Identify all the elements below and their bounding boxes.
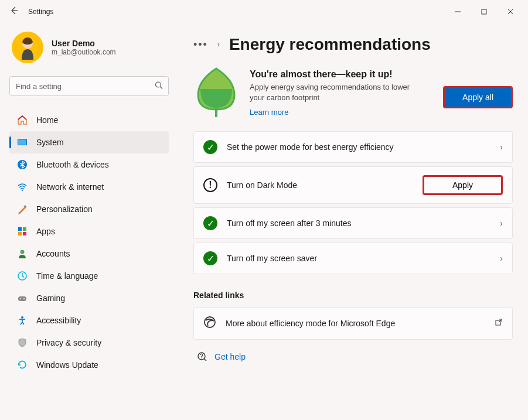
system-icon bbox=[16, 137, 28, 148]
chevron-right-icon: › bbox=[500, 142, 503, 152]
status-warn-icon: ! bbox=[203, 178, 217, 192]
related-link-label: More about efficiency mode for Microsoft… bbox=[226, 319, 485, 328]
recommendation-card[interactable]: ✓ Turn off my screen after 3 minutes › bbox=[193, 207, 513, 239]
related-links-heading: Related links bbox=[193, 291, 513, 300]
search-input[interactable] bbox=[9, 76, 169, 96]
close-button[interactable] bbox=[497, 3, 523, 21]
get-help-row[interactable]: Get help bbox=[193, 351, 513, 362]
get-help-link[interactable]: Get help bbox=[214, 352, 246, 361]
breadcrumb: ••• › Energy recommendations bbox=[193, 35, 513, 54]
help-icon bbox=[197, 351, 207, 362]
accounts-icon bbox=[16, 248, 28, 259]
svg-point-21 bbox=[23, 298, 25, 299]
gaming-icon bbox=[16, 293, 28, 303]
accessibility-icon bbox=[16, 315, 28, 326]
sidebar-item-personalization[interactable]: Personalization bbox=[9, 198, 169, 220]
arrow-left-icon bbox=[9, 6, 19, 15]
sidebar-item-accessibility[interactable]: Accessibility bbox=[9, 309, 169, 332]
apply-button[interactable]: Apply bbox=[423, 175, 503, 195]
hero-title: You're almost there—keep it up! bbox=[250, 69, 432, 80]
home-icon bbox=[16, 115, 28, 125]
personalization-icon bbox=[16, 204, 28, 214]
sidebar-item-label: Privacy & security bbox=[36, 338, 101, 347]
svg-point-22 bbox=[21, 316, 23, 319]
hero: You're almost there—keep it up! Apply en… bbox=[193, 66, 513, 118]
chevron-right-icon: › bbox=[500, 218, 503, 228]
svg-rect-14 bbox=[23, 227, 26, 231]
recommendation-list: ✓ Set the power mode for best energy eff… bbox=[193, 131, 513, 274]
svg-rect-15 bbox=[18, 232, 22, 235]
recommendation-label: Turn off my screen saver bbox=[227, 254, 490, 263]
recommendation-label: Turn off my screen after 3 minutes bbox=[227, 218, 490, 228]
svg-rect-16 bbox=[23, 232, 26, 235]
network-icon bbox=[16, 182, 28, 192]
user-name: User Demo bbox=[52, 39, 116, 48]
minimize-button[interactable] bbox=[444, 3, 471, 21]
user-profile[interactable]: User Demo m_lab@outlook.com bbox=[9, 32, 169, 63]
svg-line-28 bbox=[205, 359, 207, 361]
sidebar-item-label: Accounts bbox=[36, 249, 70, 258]
back-button[interactable] bbox=[5, 6, 23, 18]
close-icon bbox=[507, 9, 513, 15]
hero-body: Apply energy saving recommendations to l… bbox=[250, 82, 414, 103]
sidebar-item-system[interactable]: System bbox=[9, 131, 169, 153]
sidebar-item-label: Network & internet bbox=[36, 182, 104, 192]
svg-rect-13 bbox=[18, 227, 22, 231]
sidebar-item-label: System bbox=[36, 138, 64, 147]
avatar-image-icon bbox=[12, 32, 43, 63]
search-box bbox=[9, 76, 169, 96]
sidebar-item-apps[interactable]: Apps bbox=[9, 220, 169, 243]
sidebar-item-label: Windows Update bbox=[36, 360, 98, 370]
apply-all-button[interactable]: Apply all bbox=[443, 86, 513, 108]
sidebar-item-network[interactable]: Network & internet bbox=[9, 176, 169, 198]
user-email: m_lab@outlook.com bbox=[52, 48, 116, 56]
titlebar: Settings bbox=[0, 0, 528, 23]
open-external-icon bbox=[495, 318, 503, 329]
recommendation-card[interactable]: ✓ Set the power mode for best energy eff… bbox=[193, 131, 513, 163]
chevron-right-icon: › bbox=[500, 254, 503, 263]
bluetooth-icon bbox=[16, 159, 28, 170]
privacy-icon bbox=[16, 337, 28, 348]
related-link-card[interactable]: More about efficiency mode for Microsoft… bbox=[193, 307, 513, 340]
chevron-right-icon: › bbox=[217, 40, 220, 49]
status-ok-icon: ✓ bbox=[203, 140, 217, 154]
recommendation-label: Turn on Dark Mode bbox=[227, 180, 413, 190]
recommendation-card[interactable]: ! Turn on Dark Mode Apply bbox=[193, 166, 513, 204]
learn-more-link[interactable]: Learn more bbox=[250, 108, 288, 117]
sidebar-item-label: Apps bbox=[36, 227, 55, 236]
svg-rect-9 bbox=[18, 139, 26, 145]
svg-point-20 bbox=[20, 298, 21, 299]
status-ok-icon: ✓ bbox=[203, 216, 217, 230]
sidebar-item-label: Accessibility bbox=[36, 316, 81, 325]
sidebar-item-home[interactable]: Home bbox=[9, 109, 169, 131]
sidebar-item-privacy[interactable]: Privacy & security bbox=[9, 332, 169, 354]
svg-rect-1 bbox=[482, 9, 486, 14]
sidebar-item-label: Home bbox=[36, 115, 58, 125]
svg-rect-19 bbox=[18, 296, 26, 301]
window-title: Settings bbox=[28, 8, 53, 16]
main-content: ••• › Energy recommendations You're almo… bbox=[176, 23, 528, 420]
apps-icon bbox=[16, 226, 28, 237]
maximize-icon bbox=[481, 9, 487, 15]
recommendation-label: Set the power mode for best energy effic… bbox=[227, 142, 490, 152]
svg-point-27 bbox=[201, 357, 202, 358]
recommendation-card[interactable]: ✓ Turn off my screen saver › bbox=[193, 243, 513, 274]
svg-point-17 bbox=[21, 250, 25, 254]
breadcrumb-more-icon[interactable]: ••• bbox=[193, 39, 208, 51]
svg-point-24 bbox=[205, 317, 215, 327]
sidebar-item-time-language[interactable]: Time & language bbox=[9, 265, 169, 287]
sidebar-item-label: Gaming bbox=[36, 293, 65, 303]
nav-list: Home System Bluetooth & devices Network … bbox=[9, 109, 169, 376]
time-language-icon bbox=[16, 271, 28, 281]
sidebar-item-bluetooth[interactable]: Bluetooth & devices bbox=[9, 153, 169, 176]
maximize-button[interactable] bbox=[471, 3, 497, 21]
sidebar: User Demo m_lab@outlook.com Home System … bbox=[0, 23, 176, 420]
sidebar-item-label: Time & language bbox=[36, 271, 98, 281]
sidebar-item-label: Bluetooth & devices bbox=[36, 160, 109, 169]
sidebar-item-gaming[interactable]: Gaming bbox=[9, 287, 169, 309]
windows-update-icon bbox=[16, 360, 28, 370]
sidebar-item-accounts[interactable]: Accounts bbox=[9, 243, 169, 265]
svg-point-11 bbox=[22, 190, 23, 191]
sidebar-item-windows-update[interactable]: Windows Update bbox=[9, 354, 169, 376]
edge-icon bbox=[203, 316, 216, 331]
